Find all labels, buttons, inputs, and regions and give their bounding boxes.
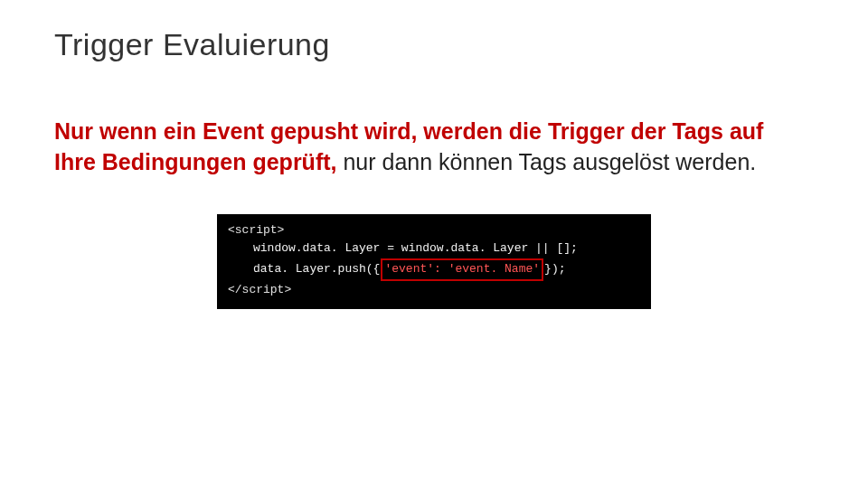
slide-title: Trigger Evaluierung: [54, 27, 814, 62]
slide-paragraph: Nur wenn ein Event gepusht wird, werden …: [54, 117, 778, 178]
code-event-highlight-box: 'event': 'event. Name': [381, 258, 543, 281]
code-line-datalayer-init: window.data. Layer = window.data. Layer …: [228, 239, 640, 258]
code-line-push: data. Layer.push({'event': 'event. Name'…: [228, 258, 640, 281]
code-line-open-script: <script>: [228, 221, 640, 240]
code-push-close: });: [544, 262, 565, 276]
code-snippet: <script> window.data. Layer = window.dat…: [217, 214, 651, 309]
code-push-open: data. Layer.push({: [253, 262, 380, 276]
code-line-close-script: </script>: [228, 281, 640, 300]
paragraph-plain: nur dann können Tags ausgelöst werden.: [337, 149, 757, 174]
slide-content: Trigger Evaluierung Nur wenn ein Event g…: [0, 0, 868, 309]
